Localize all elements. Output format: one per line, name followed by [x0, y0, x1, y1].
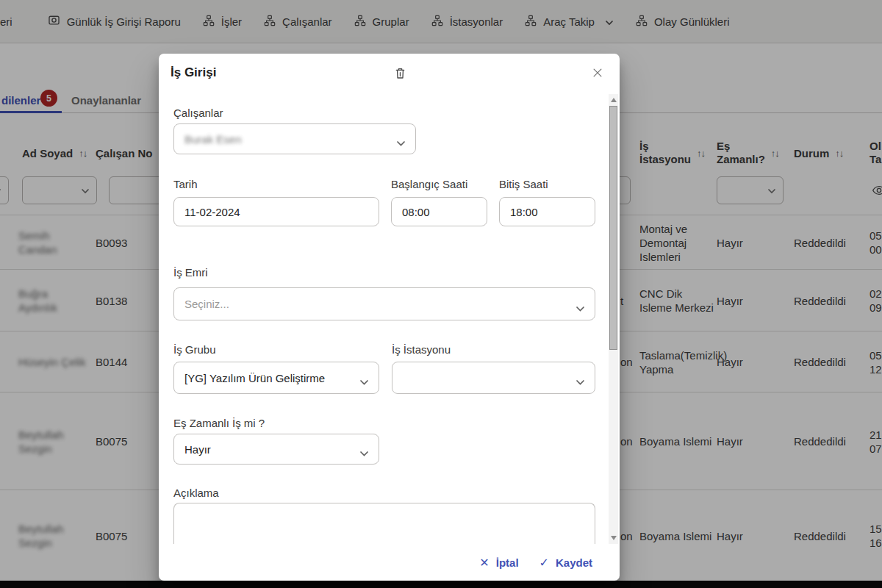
end-time-input[interactable]: 18:00: [499, 197, 595, 226]
work-order-select[interactable]: Seçiniz...: [173, 287, 595, 320]
date-value: 11-02-2024: [184, 206, 240, 218]
simultaneous-label: Eş Zamanlı İş mi ?: [173, 417, 265, 430]
employees-select[interactable]: Burak Esen: [173, 123, 416, 154]
date-input[interactable]: 11-02-2024: [173, 197, 379, 226]
modal-title: İş Girişi: [171, 65, 216, 80]
scrollbar-thumb[interactable]: [609, 106, 617, 350]
simultaneous-value: Hayır: [184, 443, 211, 456]
chevron-down-icon: [576, 375, 585, 387]
cancel-x-icon: ✕: [479, 556, 489, 570]
work-group-value: [YG] Yazılım Ürün Geliştirme: [184, 372, 325, 384]
start-time-label: Başlangıç Saati: [391, 178, 467, 191]
description-textarea[interactable]: [173, 503, 595, 544]
is-girisi-modal: İş Girişi Çalışanlar Burak Esen Tarih 11…: [159, 54, 620, 581]
start-time-value: 08:00: [402, 206, 430, 218]
save-button[interactable]: ✓ Kaydet: [539, 556, 592, 570]
station-label: İş İstasyonu: [392, 343, 451, 356]
scroll-down-arrow-icon[interactable]: [611, 536, 617, 540]
chevron-down-icon: [576, 301, 585, 314]
cancel-button[interactable]: ✕ İptal: [479, 556, 518, 570]
close-icon[interactable]: [587, 62, 609, 84]
save-check-icon: ✓: [539, 556, 549, 570]
scroll-up-arrow-icon[interactable]: [611, 98, 617, 102]
work-order-placeholder: Seçiniz...: [184, 298, 229, 310]
description-label: Açıklama: [173, 487, 219, 500]
simultaneous-select[interactable]: Hayır: [173, 434, 379, 465]
end-time-value: 18:00: [510, 206, 538, 218]
start-time-input[interactable]: 08:00: [391, 197, 487, 226]
employees-label: Çalışanlar: [173, 107, 223, 120]
end-time-label: Bitiş Saati: [499, 178, 548, 191]
work-group-label: İş Grubu: [173, 343, 216, 356]
chevron-down-icon: [359, 446, 369, 459]
date-label: Tarih: [173, 178, 198, 191]
modal-footer: ✕ İptal ✓ Kaydet: [159, 544, 620, 581]
work-group-select[interactable]: [YG] Yazılım Ürün Geliştirme: [173, 362, 379, 394]
app-screen: eri Günlük İş Girişi Raporu İşler Çalışa…: [0, 0, 882, 588]
work-order-label: İş Emri: [173, 266, 208, 279]
trash-icon[interactable]: [389, 62, 411, 84]
chevron-down-icon: [396, 136, 406, 148]
employees-value: Burak Esen: [184, 133, 242, 146]
chevron-down-icon: [359, 375, 369, 387]
modal-scrollbar[interactable]: [609, 94, 618, 544]
station-select[interactable]: [392, 362, 595, 394]
